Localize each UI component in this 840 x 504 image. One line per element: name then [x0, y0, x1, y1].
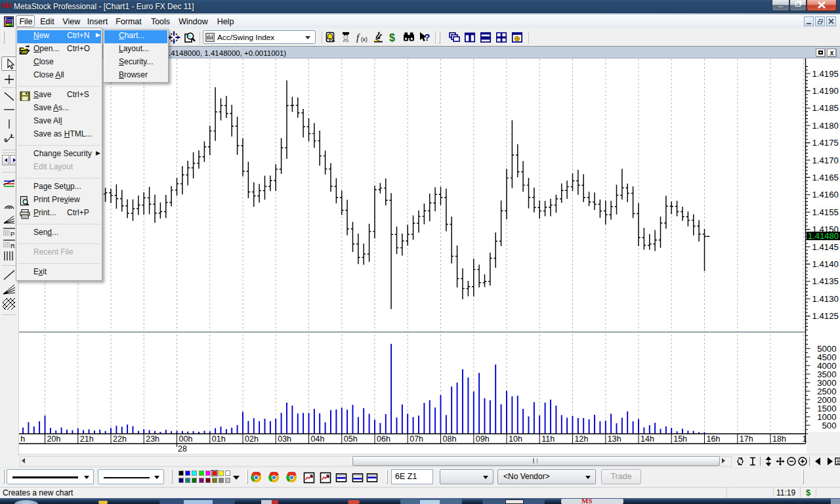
svg-text:11h: 11h — [541, 434, 555, 444]
svg-text:10h: 10h — [509, 434, 522, 444]
svg-text:1.4140: 1.4140 — [812, 259, 839, 269]
svg-text:18h: 18h — [772, 434, 786, 444]
svg-text:06h: 06h — [377, 434, 390, 444]
svg-text:04h: 04h — [311, 434, 325, 444]
svg-text:1.4170: 1.4170 — [812, 156, 839, 165]
svg-text:s: s — [4, 136, 7, 143]
svg-text:1.4145: 1.4145 — [812, 242, 839, 252]
svg-text:03h: 03h — [278, 434, 291, 444]
svg-text:01h: 01h — [212, 434, 226, 444]
svg-text:h: h — [20, 434, 25, 444]
svg-text:14h: 14h — [640, 434, 654, 444]
svg-text:1.4155: 1.4155 — [812, 207, 839, 217]
svg-text:4000: 4000 — [817, 361, 836, 371]
svg-text:02h: 02h — [245, 434, 259, 444]
svg-text:f: f — [356, 32, 360, 43]
svg-text:1.4130: 1.4130 — [812, 294, 839, 304]
svg-text:13h: 13h — [608, 434, 621, 444]
svg-text:(x): (x) — [361, 36, 368, 43]
svg-text:00h: 00h — [179, 434, 193, 444]
svg-text:23h: 23h — [146, 434, 159, 444]
svg-text:L: L — [10, 133, 14, 139]
svg-text:1: 1 — [803, 434, 807, 444]
svg-text:2500: 2500 — [817, 387, 836, 396]
svg-text:1500: 1500 — [817, 404, 836, 413]
svg-text:1.4195: 1.4195 — [812, 69, 839, 79]
svg-text:07h: 07h — [410, 434, 423, 444]
svg-text:1.4185: 1.4185 — [812, 103, 839, 113]
svg-text:3500: 3500 — [817, 369, 836, 379]
svg-text:1.4190: 1.4190 — [812, 86, 839, 96]
svg-text:?: ? — [425, 32, 430, 43]
svg-text:1.4180: 1.4180 — [812, 121, 839, 131]
svg-text:21h: 21h — [80, 434, 94, 444]
svg-text:28: 28 — [178, 444, 187, 453]
svg-text:4500: 4500 — [817, 352, 836, 362]
svg-text:05h: 05h — [344, 434, 358, 444]
svg-text:22h: 22h — [113, 434, 127, 444]
svg-text:17h: 17h — [740, 434, 753, 444]
svg-text:08h: 08h — [443, 434, 457, 444]
svg-text:2000: 2000 — [817, 395, 836, 405]
svg-text:3000: 3000 — [817, 378, 836, 388]
svg-text:09h: 09h — [476, 434, 490, 444]
svg-text:20h: 20h — [47, 434, 61, 444]
svg-text:1.4125: 1.4125 — [812, 311, 839, 321]
svg-text:$: $ — [389, 32, 395, 43]
svg-text:5000: 5000 — [817, 344, 836, 354]
svg-text:1.4165: 1.4165 — [812, 173, 839, 182]
svg-text:1.4135: 1.4135 — [812, 276, 839, 286]
svg-text:1.4160: 1.4160 — [812, 190, 839, 200]
svg-text:500: 500 — [822, 421, 836, 430]
svg-text:16h: 16h — [707, 434, 721, 444]
svg-text:1.4175: 1.4175 — [812, 138, 839, 148]
svg-text:15h: 15h — [673, 434, 687, 444]
svg-text:1000: 1000 — [817, 412, 836, 422]
svg-text:12h: 12h — [575, 434, 589, 444]
svg-text:1.41480: 1.41480 — [808, 231, 839, 241]
